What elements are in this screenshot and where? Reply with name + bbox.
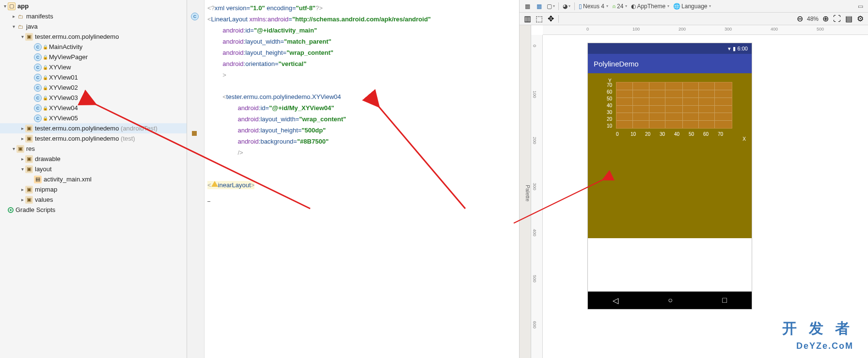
designer-toolbar-2: ▥ ⬚ ✥ ⊖ 48% ⊕ ⛶ ▤ ⚙ [520,13,868,25]
class-icon: C [34,94,42,102]
lock-icon: 🔒 [43,55,48,60]
tree-label: XYView01 [49,74,78,81]
tree-activity-main[interactable]: ▤activity_main.xml [0,174,187,184]
tree-drawable[interactable]: ▸▣drawable [0,154,187,164]
nav-back-icon[interactable]: ◁ [613,296,618,305]
theme-icon: ◐ [631,3,636,10]
tree-pkg-main[interactable]: ▾▣tester.ermu.com.polylinedemo [0,32,187,42]
tree-suffix: (androidTest) [121,125,158,132]
tree-class-mainactivity[interactable]: C🔒MainActivity [0,42,187,52]
tree-mipmap[interactable]: ▸▣mipmap [0,184,187,195]
tree-class-xyview05[interactable]: C🔒XYView05 [0,113,187,123]
tree-pkg-androidtest[interactable]: ▸▣tester.ermu.com.polylinedemo (androidT… [0,123,187,133]
palette-toggle-icon[interactable]: ▥ [522,14,532,24]
res-folder-icon: ▣ [16,145,24,153]
caret [207,201,210,202]
class-icon: C [34,114,42,122]
orientation-icon[interactable]: ▢ [546,1,555,11]
tree-label: java [26,23,38,30]
lock-icon: 🔒 [43,116,48,121]
tree-label: XYView02 [49,84,78,91]
designer-toolbar: ▦ ▦ ▢ ◕ ▯Nexus 4 ⍝24 ◐AppTheme 🌐Language… [520,0,868,13]
preview-title: PolylineDemo [594,60,639,68]
device-preview[interactable]: ▾ ▮ 6:00 PolylineDemo Y 70 60 50 40 [587,43,752,309]
preview-status-bar: ▾ ▮ 6:00 [588,43,752,54]
preview-blank [588,238,752,292]
tree-class-xyview04[interactable]: C🔒XYView04 [0,103,187,113]
preview-xyview04[interactable]: Y 70 60 50 40 30 20 10 [588,73,752,238]
lock-icon: 🔒 [43,85,48,90]
folder-icon: 🗀 [16,13,24,20]
nav-home-icon[interactable]: ○ [668,296,673,305]
tree-res[interactable]: ▾▣res [0,144,187,154]
tree-app-label: app [17,2,29,10]
folder-icon: ▣ [25,165,33,173]
palette-label: Palette [525,185,531,201]
api-selector[interactable]: ⍝24 [611,2,628,10]
zoom-fit-icon[interactable]: ⛶ [832,14,842,24]
class-icon: C [34,64,42,71]
zoom-label: 48% [807,16,819,22]
folder-icon: ▣ [25,155,33,163]
tree-label: XYView05 [49,114,78,122]
tree-gradle[interactable]: Gradle Scripts [0,205,187,215]
language-selector[interactable]: 🌐Language [672,3,712,10]
tree-label: manifests [26,13,53,20]
layers-icon[interactable]: ▤ [844,14,853,24]
tree-label: activity_main.xml [44,176,92,183]
tree-values[interactable]: ▸▣values [0,195,187,205]
tree-class-xyview02[interactable]: C🔒XYView02 [0,82,187,93]
package-icon: ▣ [25,125,33,132]
android-icon: ⍝ [612,2,616,10]
design-surface-icon[interactable]: ▦ [522,1,532,11]
pan-icon[interactable]: ✥ [546,14,555,24]
device-selector[interactable]: ▯Nexus 4 [578,3,609,10]
gutter-breakpoint-icon[interactable] [192,131,197,136]
battery-icon: ▮ [733,46,736,52]
blueprint-icon[interactable]: ▦ [534,1,544,11]
tree-label: layout [35,165,52,173]
class-icon: C [34,104,42,112]
design-canvas[interactable]: 0 100 200 300 400 500 0 100 200 300 400 … [531,25,868,358]
tree-label: tester.ermu.com.polylinedemo [35,33,119,40]
eye-icon[interactable]: ◕ [562,1,571,11]
tree-label: XYView [49,64,71,71]
tree-label: tester.ermu.com.polylinedemo [35,125,119,132]
component-tree-icon[interactable]: ⬚ [534,14,544,24]
ruler-horizontal: 0 100 200 300 400 500 [543,25,868,35]
chart-xticks: 010203040506070 [616,131,747,137]
tree-class-xyview03[interactable]: C🔒XYView03 [0,93,187,103]
layout-designer: ▦ ▦ ▢ ◕ ▯Nexus 4 ⍝24 ◐AppTheme 🌐Language… [519,0,868,358]
tree-layout[interactable]: ▾▣layout [0,164,187,174]
tree-java[interactable]: ▾🗀java [0,21,187,32]
wifi-icon: ▾ [728,46,731,52]
tree-class-xyview[interactable]: C🔒XYView [0,62,187,72]
dock-icon[interactable]: ▭ [855,1,865,11]
palette-tab[interactable]: Palette [520,25,531,358]
tree-manifests[interactable]: ▸🗀manifests [0,11,187,21]
tree-class-xyview01[interactable]: C🔒XYView01 [0,72,187,82]
lock-icon: 🔒 [43,45,48,49]
zoom-out-icon[interactable]: ⊖ [795,14,805,24]
tree-label: values [35,196,53,203]
zoom-in-icon[interactable]: ⊕ [821,14,830,24]
tree-pkg-test[interactable]: ▸▣tester.ermu.com.polylinedemo (test) [0,133,187,144]
nav-recent-icon[interactable]: □ [722,296,727,305]
chart-grid [616,82,732,129]
tree-app[interactable]: ▾▢app [0,1,187,11]
folder-icon: ▣ [25,186,33,194]
class-icon: C [34,43,42,51]
xml-file-icon: ▤ [34,176,42,183]
settings-icon[interactable]: ⚙ [855,14,865,24]
project-tree[interactable]: ▾▢app ▸🗀manifests ▾🗀java ▾▣tester.ermu.c… [0,0,187,358]
tree-label: res [26,145,35,152]
code-editor[interactable]: C <?xml version="1.0" encoding="utf-8"?>… [187,0,519,358]
gradle-icon [8,207,14,213]
theme-selector[interactable]: ◐AppTheme [630,3,670,10]
editor-gutter: C [187,0,205,358]
tree-class-myviewpager[interactable]: C🔒MyViewPager [0,52,187,62]
package-icon: ▣ [25,135,33,143]
lock-icon: 🔒 [43,106,48,111]
class-icon: C [34,84,42,92]
code-area[interactable]: <?xml version="1.0" encoding="utf-8"?> <… [205,0,519,358]
